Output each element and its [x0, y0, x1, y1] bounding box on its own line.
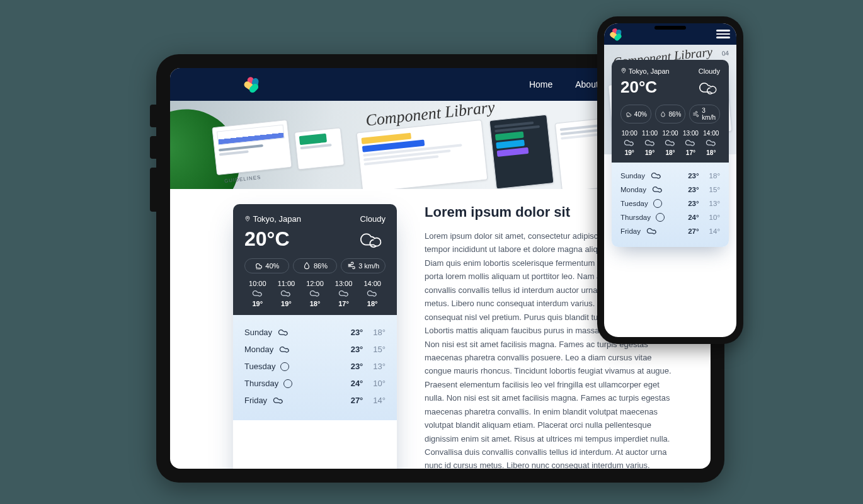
weather-temperature: 20°C	[620, 77, 657, 97]
cloud-icon	[280, 289, 292, 298]
sun-icon	[653, 199, 662, 208]
day-high: 23°	[351, 328, 363, 337]
day-high: 23°	[688, 186, 699, 193]
cloud-icon	[338, 289, 350, 298]
app-logo[interactable]	[244, 76, 261, 92]
day-high: 27°	[351, 396, 363, 405]
hour-col: 11:0019°	[273, 280, 300, 307]
weather-location: Tokyo, Japan	[620, 67, 670, 75]
map-pin-icon	[620, 67, 627, 74]
day-low: 15°	[709, 186, 720, 193]
cloud-icon	[251, 289, 264, 298]
day-high: 23°	[688, 200, 699, 207]
day-row: Friday27°14°	[620, 224, 720, 238]
rain-icon	[254, 261, 263, 270]
hour-temp: 18°	[665, 149, 675, 156]
hour-temp: 18°	[706, 149, 716, 156]
daily-forecast: Sunday23°18°Monday23°15°Tuesday23°13°Thu…	[612, 163, 729, 247]
weather-condition: Cloudy	[360, 214, 386, 224]
humidity-pill: 86%	[293, 258, 338, 273]
nav-home[interactable]: Home	[529, 79, 552, 89]
hour-col: 11:0019°	[641, 130, 658, 156]
hour-temp: 17°	[338, 300, 349, 307]
hour-temp: 17°	[686, 149, 695, 156]
day-name: Thursday	[244, 379, 278, 388]
day-name: Tuesday	[620, 200, 648, 207]
day-row: Monday23°15°	[620, 183, 720, 197]
weather-card: Tokyo, Japan Cloudy 20°C 40%	[612, 60, 729, 247]
day-name: Monday	[620, 186, 646, 193]
day-low: 14°	[709, 227, 720, 235]
rain-pill: 40%	[244, 258, 289, 273]
day-name: Sunday	[620, 172, 645, 180]
wind-icon	[692, 111, 699, 118]
daily-forecast: Sunday23°18°Monday23°15°Tuesday23°13°Thu…	[233, 315, 397, 420]
day-row: Tuesday23°13°	[244, 358, 386, 375]
hour-time: 14:00	[703, 130, 719, 137]
cloud-icon	[664, 139, 677, 147]
app-logo[interactable]	[610, 28, 623, 40]
sun-icon	[283, 379, 292, 388]
day-row: Thursday24°10°	[620, 210, 720, 224]
day-low: 18°	[373, 328, 386, 337]
hour-time: 14:00	[363, 280, 381, 287]
cloud-icon	[277, 328, 290, 337]
day-low: 10°	[373, 379, 386, 388]
wind-icon	[347, 261, 356, 270]
hour-temp: 19°	[625, 149, 634, 156]
rain-icon	[625, 111, 632, 118]
day-row: Thursday24°10°	[244, 375, 386, 392]
weather-condition: Cloudy	[699, 67, 720, 75]
day-high: 24°	[351, 379, 363, 388]
hour-time: 12:00	[663, 130, 678, 137]
phone-notch	[654, 26, 686, 30]
hour-time: 12:00	[306, 280, 324, 287]
svg-point-0	[247, 217, 248, 219]
day-name: Sunday	[244, 328, 272, 337]
hour-col: 14:0018°	[359, 280, 386, 307]
day-high: 24°	[688, 214, 699, 221]
sun-icon	[656, 213, 665, 222]
cloud-icon	[357, 229, 386, 250]
cloud-icon	[650, 171, 663, 180]
cloud-icon	[696, 79, 720, 96]
day-low: 13°	[709, 200, 720, 207]
day-row: Tuesday23°13°	[620, 197, 720, 210]
day-row: Monday23°15°	[244, 341, 386, 358]
cloud-icon	[278, 345, 291, 354]
weather-card: Tokyo, Japan Cloudy 20°C 40%	[233, 204, 397, 469]
hourly-forecast: 10:0019°11:0019°12:0018°13:0017°14:0018°	[244, 280, 386, 307]
wind-pill: 3 km/h	[689, 105, 720, 123]
cloud-icon	[651, 185, 664, 194]
hour-temp: 18°	[310, 300, 321, 307]
sun-icon	[280, 362, 289, 371]
day-low: 15°	[373, 345, 386, 354]
day-row: Sunday23°18°	[244, 324, 386, 341]
hour-time: 11:00	[278, 280, 295, 287]
hour-col: 10:0019°	[244, 280, 271, 307]
hour-time: 13:00	[335, 280, 353, 287]
weather-temperature: 20°C	[244, 227, 290, 251]
humidity-icon	[302, 261, 311, 270]
day-high: 23°	[351, 345, 363, 354]
day-high: 23°	[351, 362, 363, 371]
day-row: Sunday23°18°	[620, 169, 720, 183]
cloud-icon	[646, 227, 658, 236]
svg-point-1	[623, 69, 624, 71]
cloud-icon	[684, 139, 697, 147]
hour-time: 13:00	[683, 130, 699, 137]
day-high: 23°	[688, 172, 699, 180]
day-low: 18°	[709, 172, 720, 180]
hour-col: 12:0018°	[302, 280, 328, 307]
hamburger-menu-icon[interactable]	[716, 30, 730, 38]
hour-time: 11:00	[642, 130, 658, 137]
day-row: Friday27°14°	[244, 392, 386, 409]
hour-time: 10:00	[622, 130, 637, 137]
phone-screen: Component Library 04 BUTTON & INPUT FIEL…	[604, 23, 736, 337]
hour-temp: 19°	[281, 300, 292, 307]
hour-time: 10:00	[249, 280, 266, 287]
day-low: 13°	[373, 362, 386, 371]
phone-device: Component Library 04 BUTTON & INPUT FIEL…	[597, 16, 743, 344]
hero-badge: 04	[721, 50, 729, 57]
cloud-icon	[644, 139, 656, 147]
